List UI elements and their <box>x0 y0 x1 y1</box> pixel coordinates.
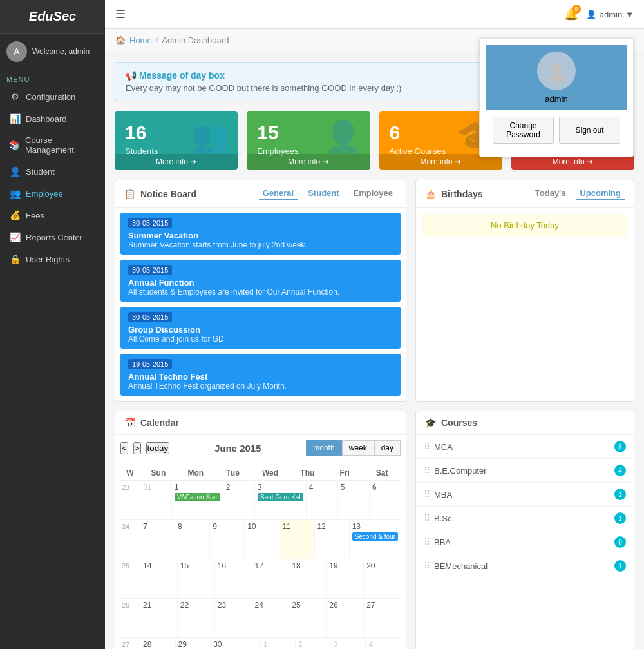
cal-view-month[interactable]: month <box>306 440 341 456</box>
tab-birthday-today[interactable]: Today's <box>531 187 570 200</box>
fees-icon: 💰 <box>9 210 21 220</box>
courses-title-area: 🎓 Courses <box>425 418 477 428</box>
calendar-day-cell[interactable]: 23 <box>214 599 252 637</box>
tab-notice-general[interactable]: General <box>259 187 298 200</box>
calendar-day-cell[interactable]: 25 <box>289 599 326 637</box>
sidebar-item-fees[interactable]: 💰 Fees <box>0 204 105 226</box>
calendar-day-cell[interactable]: 3Sent Guru Kal <box>254 481 306 519</box>
cal-today-button[interactable]: today <box>146 442 170 454</box>
calendar-day-cell[interactable]: 16 <box>214 559 252 598</box>
drag-icon: ⠿ <box>424 489 430 499</box>
course-item[interactable]: ⠿BEMechanical1 <box>416 554 634 577</box>
hamburger-button[interactable]: ☰ <box>115 7 126 21</box>
tab-notice-student[interactable]: Student <box>304 187 343 200</box>
courses-list: ⠿MCA8⠿B.E.Computer4⠿MBA1⠿B.Sc.1⠿BBA0⠿BEM… <box>416 435 634 577</box>
notice-item[interactable]: 19-05-2015Annual Techno FestAnnual TEchn… <box>120 354 401 396</box>
calendar-day-cell[interactable]: 3 <box>330 638 366 649</box>
course-item[interactable]: ⠿B.E.Computer4 <box>416 459 634 483</box>
birthdays-header: 🎂 Birthdays Today's Upcoming <box>416 180 634 208</box>
calendar-day-cell[interactable]: 14 <box>140 559 177 598</box>
calendar-day-cell[interactable]: 7 <box>140 520 175 559</box>
cal-next-button[interactable]: > <box>133 442 141 454</box>
calendar-day-cell[interactable]: 26 <box>326 599 363 637</box>
courses-header: 🎓 Courses <box>416 411 634 435</box>
calendar-header: 📅 Calendar <box>115 411 406 435</box>
sidebar-item-reports-center[interactable]: 📈 Reports Center <box>0 226 105 248</box>
sidebar-item-label: User Rights <box>26 255 70 264</box>
calendar-event[interactable]: VACation Star <box>175 493 220 501</box>
breadcrumb-separator: / <box>156 35 158 45</box>
calendar-day-cell[interactable]: 19 <box>326 559 363 598</box>
course-count: 1 <box>614 489 626 500</box>
sidebar-item-label: Dashboard <box>26 114 67 124</box>
notice-item[interactable]: 30-05-2015Group DiscussionAll Come and j… <box>120 307 401 349</box>
drag-icon: ⠿ <box>424 537 430 547</box>
notice-item[interactable]: 30-05-2015Annual FunctionAll students & … <box>120 260 401 302</box>
calendar-day-cell[interactable]: 1VACation Star <box>171 481 223 519</box>
sidebar-item-label: Reports Center <box>26 233 82 242</box>
calendar-day-cell[interactable]: 8 <box>175 520 209 559</box>
sidebar-item-dashboard[interactable]: 📊 Dashboard <box>0 108 105 130</box>
notice-board-tabs: General Student Employee <box>259 187 397 200</box>
calendar-day-cell[interactable]: 1 <box>260 638 296 649</box>
course-item[interactable]: ⠿MCA8 <box>416 435 634 459</box>
calendar-day-cell[interactable]: 20 <box>363 559 401 598</box>
calendar-day-cell[interactable]: 31 <box>140 481 171 519</box>
calendar-day-cell[interactable]: 29 <box>175 638 211 649</box>
course-item[interactable]: ⠿B.Sc.1 <box>416 507 634 530</box>
topbar: ☰ 🔔 9 👤 admin ▼ admin Change Password Si… <box>105 0 644 29</box>
sidebar-item-student[interactable]: 👤 Student <box>0 160 105 182</box>
sidebar-item-course-management[interactable]: 📚 Course Management <box>0 130 105 160</box>
sidebar-item-user-rights[interactable]: 🔒 User Rights <box>0 248 105 270</box>
calendar-day-cell[interactable]: 28 <box>140 638 175 649</box>
calendar-day-cell[interactable]: 11 <box>279 520 314 559</box>
calendar-day-cell[interactable]: 21 <box>140 599 177 637</box>
tab-notice-employee[interactable]: Employee <box>350 187 397 200</box>
cal-view-day[interactable]: day <box>374 440 401 456</box>
calendar-day-cell[interactable]: 4 <box>365 638 401 649</box>
sidebar-item-configuration[interactable]: ⚙ Configuration <box>0 86 105 108</box>
sign-out-button[interactable]: Sign out <box>559 117 620 144</box>
reports-icon: 📈 <box>9 232 21 242</box>
cal-prev-button[interactable]: < <box>120 442 128 454</box>
calendar-day-cell[interactable]: 2 <box>295 638 330 649</box>
calendar-day-cell[interactable]: 4 <box>306 481 337 519</box>
calendar-day-cell[interactable]: 27 <box>363 599 401 637</box>
calendar-days-header: WSunMonTueWedThuFriSat <box>120 466 401 481</box>
calendar-day-cell[interactable]: 22 <box>177 599 214 637</box>
calendar-week-row: 2478910111213Second & four <box>120 520 401 559</box>
change-password-button[interactable]: Change Password <box>493 117 554 144</box>
calendar-event[interactable]: Second & four <box>352 532 398 541</box>
sidebar-user: A Welcome, admin <box>0 34 105 70</box>
notification-button[interactable]: 🔔 9 <box>564 7 578 21</box>
course-item[interactable]: ⠿MBA1 <box>416 483 634 507</box>
course-icon: 📚 <box>9 140 20 150</box>
calendar-day-cell[interactable]: 2 <box>223 481 254 519</box>
sidebar-item-label: Student <box>26 167 55 177</box>
calendar-day-cell[interactable]: 13Second & four <box>349 520 401 559</box>
tab-birthday-upcoming[interactable]: Upcoming <box>576 187 625 200</box>
calendar-day-cell[interactable]: 30Month End Hi <box>210 638 260 649</box>
calendar-day-cell[interactable]: 15 <box>177 559 214 598</box>
calendar-day-cell[interactable]: 10 <box>244 520 279 559</box>
breadcrumb-home[interactable]: Home <box>129 35 152 45</box>
students-more-info[interactable]: More info ➔ <box>115 154 238 170</box>
birthday-empty-message: No Birthday Today <box>422 214 627 237</box>
calendar-day-cell[interactable]: 17 <box>252 559 289 598</box>
calendar-day-cell[interactable]: 12 <box>314 520 349 559</box>
cal-view-week[interactable]: week <box>342 440 374 456</box>
employees-icon: 👤 <box>324 119 363 155</box>
admin-menu-button[interactable]: 👤 admin ▼ <box>586 10 634 19</box>
user-icon: 👤 <box>586 10 596 19</box>
calendar-day-cell[interactable]: 5 <box>337 481 369 519</box>
calendar-day-cell[interactable]: 18 <box>289 559 326 598</box>
notice-item[interactable]: 30-05-2015Summer VacationSummer VAcation… <box>120 213 401 255</box>
course-item[interactable]: ⠿BBA0 <box>416 530 634 554</box>
sidebar-item-employee[interactable]: 👥 Employee <box>0 182 105 204</box>
stat-card-employees: 15 Employees 👤 More info ➔ <box>247 111 370 170</box>
employees-more-info[interactable]: More info ➔ <box>247 154 370 170</box>
calendar-event[interactable]: Sent Guru Kal <box>258 493 303 501</box>
calendar-day-cell[interactable]: 6 <box>369 481 401 519</box>
calendar-day-cell[interactable]: 24 <box>252 599 289 637</box>
calendar-day-cell[interactable]: 9 <box>209 520 244 559</box>
